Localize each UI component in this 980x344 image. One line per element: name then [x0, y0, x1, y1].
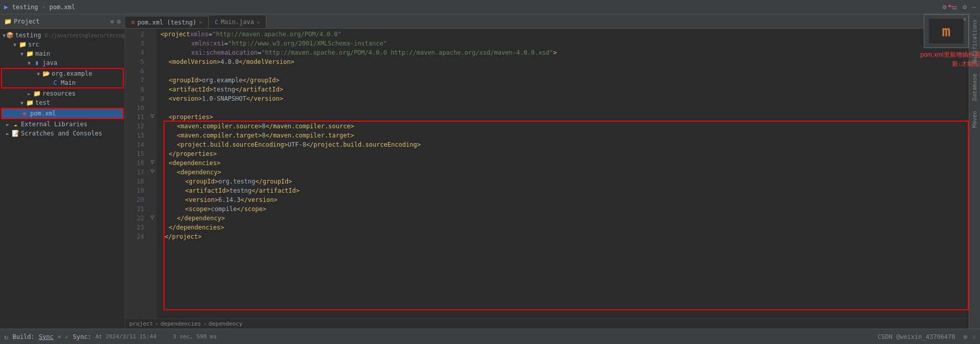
arrow-scratches: ► — [4, 131, 11, 136]
code-line-8: <artifactId>testng</artifactId> — [161, 85, 969, 94]
tree-item-src[interactable]: ▼ 📁 src — [0, 40, 125, 49]
maven-m-icon: m — [942, 23, 951, 40]
tab-main-java[interactable]: C Main.java ✕ — [209, 16, 266, 28]
test-folder-icon: 📁 — [26, 99, 34, 106]
maven-popup-area: ✕ m ↖ pom.xml里新增插件需要点击这个刷新↓才能应用 — [924, 14, 969, 48]
module-icon: 📦 — [6, 32, 14, 39]
main-layout: 📁 Project ≡ ⚙ ▼ 📦 testing D:/java/testng… — [0, 14, 980, 329]
org-example-red-box: ▼ 📂 org.example C Main — [1, 68, 124, 88]
tab-pom-close[interactable]: ✕ — [199, 19, 202, 25]
code-line-21: <scope>compile</scope> — [161, 204, 969, 214]
scratches-icon: 📝 — [11, 130, 19, 137]
database-tab[interactable]: Database — [969, 68, 980, 106]
tree-item-scratches[interactable]: ► 📝 Scratches and Consoles — [0, 129, 125, 138]
fold-dependency[interactable]: ▽ — [148, 168, 156, 177]
code-area[interactable]: <project xmlns="http://maven.apache.org/… — [156, 29, 969, 318]
status-arrow-icon[interactable]: ⇩ — [972, 333, 976, 340]
tree-item-external-libs[interactable]: ► ☁ External Libraries — [0, 120, 125, 129]
java-file-icon: C — [51, 79, 59, 86]
refresh-icon[interactable]: ↻ — [4, 333, 8, 341]
tree-item-java[interactable]: ▼ ▮ java — [0, 58, 125, 67]
status-sync-icon: ✓ — [65, 333, 69, 340]
tree-item-main[interactable]: ▼ 📁 main — [0, 49, 125, 58]
tree-label-src: src — [28, 41, 39, 48]
tab-pom-xml[interactable]: m pom.xml (testng) ✕ — [125, 16, 209, 28]
breadcrumb-sep1: › — [155, 320, 158, 327]
tree-label-test: test — [35, 99, 50, 106]
tab-main-java-label: Main.java — [221, 18, 254, 26]
sidebar: 📁 Project ≡ ⚙ ▼ 📦 testing D:/java/testng… — [0, 14, 125, 329]
tree-item-pom-xml[interactable]: m pom.xml — [2, 109, 123, 118]
tree-item-main-java[interactable]: C Main — [2, 78, 123, 87]
tree-label-org-example: org.example — [52, 70, 92, 77]
minus-icon[interactable]: – — [972, 3, 976, 11]
arrow-test: ▼ — [18, 100, 26, 106]
fold-dependency-close[interactable]: ▽ — [148, 214, 156, 223]
status-right-text: CSDN @weixin_43706470 — [878, 333, 955, 340]
fold-column: ▽ ▽ ▽ ▽ — [148, 29, 156, 318]
folder-icon: 📁 — [4, 18, 12, 25]
status-left: ↻ Build: Sync ✕ ✓ Sync: At 2024/3/11 15:… — [4, 333, 878, 341]
code-line-17: <dependency> — [161, 168, 969, 177]
code-line-13: <maven.compiler.target>8</maven.compiler… — [161, 131, 969, 140]
collapse-all-icon[interactable]: ≡ — [110, 18, 114, 25]
tab-xml-icon: m — [131, 19, 135, 26]
status-duration: 3 sec, 598 ms — [173, 333, 217, 340]
tree-item-test[interactable]: ▼ 📁 test — [0, 98, 125, 107]
code-line-24: </project> — [161, 232, 969, 241]
breadcrumb: project › dependencies › dependency — [125, 318, 969, 329]
status-bottom-icons: ⚙ ⇩ — [964, 333, 976, 340]
breadcrumb-dependency: dependency — [209, 320, 242, 327]
code-line-3: xmlns:xsi="http://www.w3.org/2001/XMLSch… — [161, 39, 969, 48]
tree-label-java: java — [42, 59, 57, 66]
tree-label-main-java: Main — [61, 79, 76, 86]
arrow-resources: ► — [26, 91, 33, 97]
code-line-4: xsi:schemaLocation="http://maven.apache.… — [161, 48, 969, 57]
status-sync-label[interactable]: Sync — [39, 333, 54, 340]
resources-folder-icon: 📁 — [33, 90, 41, 97]
code-line-22: </dependency> — [161, 214, 969, 223]
sidebar-header: 📁 Project ≡ ⚙ — [0, 14, 125, 29]
fold-properties[interactable]: ▽ — [148, 112, 156, 122]
top-bar-left: ▶ testing › pom.xml — [4, 3, 75, 11]
tree-item-resources[interactable]: ► 📁 resources — [0, 89, 125, 98]
status-close-btn[interactable]: ✕ — [58, 333, 61, 340]
pom-xml-red-box: m pom.xml — [1, 108, 124, 119]
status-build-label: Build: — [12, 333, 34, 340]
maven-popup: ✕ m — [924, 14, 969, 48]
main-folder-icon: 📁 — [26, 50, 34, 57]
settings-tree-icon[interactable]: ⚙ — [117, 18, 121, 25]
editor-content: 2 3 4 5 6 7 8 9 10 11 12 13 14 15 16 17 — [125, 29, 969, 318]
chevron-icon: › — [42, 4, 45, 10]
tab-java-close[interactable]: ✕ — [257, 19, 260, 25]
code-line-11: <properties> — [161, 112, 969, 122]
libs-icon: ☁ — [11, 121, 19, 128]
code-line-5: <modelVersion>4.0.0</modelVersion> — [161, 57, 969, 66]
code-line-23: </dependencies> — [161, 223, 969, 232]
arrow-src: ▼ — [11, 42, 18, 48]
tree-item-org-example[interactable]: ▼ 📂 org.example — [2, 69, 123, 78]
annotation-text: pom.xml里新增插件需要点击这个刷新↓才能应用 — [918, 50, 980, 68]
tree-label-testing: testing D:/java/testnglearn/testng — [15, 32, 125, 39]
top-bar-title: testing — [12, 4, 38, 11]
tree-label-pom-xml: pom.xml — [30, 110, 56, 117]
code-line-10 — [161, 103, 969, 112]
status-gear-icon[interactable]: ⚙ — [964, 333, 967, 340]
tree-label-main: main — [35, 50, 50, 57]
arrow-external-libs: ► — [4, 122, 11, 127]
maven-tab[interactable]: Maven — [969, 106, 980, 133]
code-line-19: <artifactId>testng</artifactId> — [161, 186, 969, 195]
arrow-testing: ▼ — [2, 33, 6, 38]
arrow-java: ▼ — [26, 60, 33, 66]
breadcrumb-project: project — [129, 320, 153, 327]
sidebar-header-title: Project — [14, 18, 108, 25]
package-icon: 📂 — [42, 70, 50, 77]
tree-label-external-libs: External Libraries — [21, 121, 87, 128]
maven-popup-close[interactable]: ✕ — [963, 16, 966, 22]
tree-item-testing[interactable]: ▼ 📦 testing D:/java/testnglearn/testng — [0, 31, 125, 40]
code-line-15: </properties> — [161, 149, 969, 158]
src-folder-icon: 📁 — [18, 41, 27, 48]
fold-dependencies[interactable]: ▽ — [148, 158, 156, 168]
gear-icon[interactable]: ⚙ — [963, 3, 967, 11]
maven-popup-content: m — [929, 19, 964, 43]
